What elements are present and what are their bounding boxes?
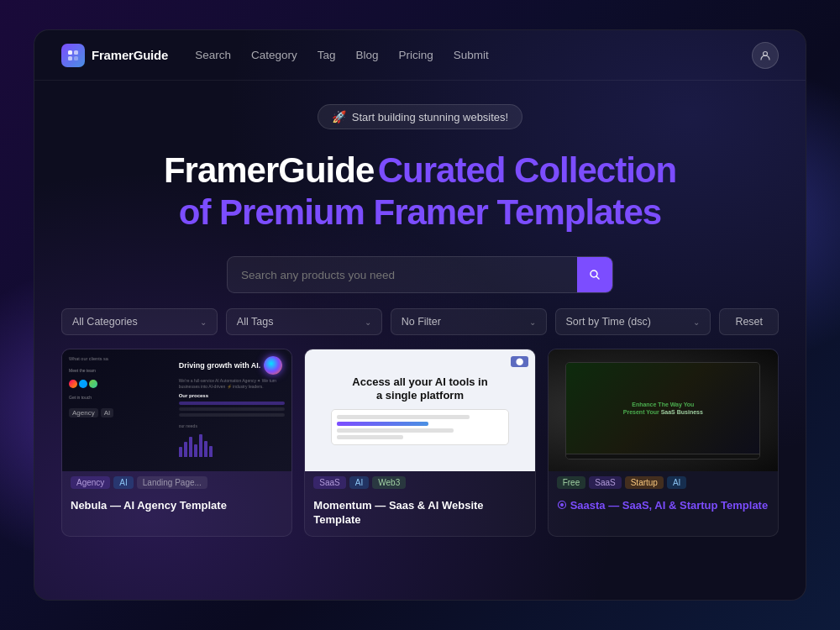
thumbnail-saasta: Enhance The Way YouPresent Your SaaS Bus…	[549, 349, 778, 471]
hero-title-line2: of Premium Framer Templates	[179, 192, 661, 232]
banner-text: Start building stunning websites!	[352, 111, 508, 123]
momentum-main-title: Access all your AI tools ina single plat…	[352, 375, 487, 403]
tag-saas: SaaS	[313, 476, 345, 489]
tag-ai: AI	[113, 476, 133, 489]
tag-saas: SaaS	[589, 476, 621, 489]
main-content: 🚀 Start building stunning websites! Fram…	[34, 81, 806, 600]
saasta-info: Saasta — SaaS, AI & Startup Template	[549, 494, 778, 522]
svg-rect-1	[74, 50, 78, 55]
momentum-title: Momentum — Saas & AI Website Template	[313, 499, 526, 528]
search-input[interactable]	[228, 260, 577, 291]
template-card-saasta[interactable]: Enhance The Way YouPresent Your SaaS Bus…	[548, 349, 779, 537]
tag-free: Free	[557, 476, 586, 489]
momentum-ui-mockup	[331, 409, 509, 445]
template-card-nebula[interactable]: What our clients sa Meet the team Get in…	[61, 349, 292, 537]
nav-user-button[interactable]	[752, 42, 779, 69]
logo-area[interactable]: FramerGuide	[61, 44, 168, 67]
nebula-avatars	[69, 380, 176, 388]
tag-web3: Web3	[372, 476, 406, 489]
thumbnail-nebula: What our clients sa Meet the team Get in…	[62, 349, 291, 471]
momentum-info: Momentum — Saas & AI Website Template	[305, 494, 534, 536]
tag-ai: AI	[349, 476, 369, 489]
nebula-bar-chart	[179, 432, 286, 457]
svg-rect-0	[68, 50, 72, 55]
nav-submit[interactable]: Submit	[454, 49, 489, 61]
nebula-title: Nebula — AI Agency Template	[71, 499, 283, 513]
chevron-down-icon: ⌄	[365, 318, 371, 327]
tag-ai: AI	[667, 476, 686, 489]
hero-title-purple: Curated Collection	[378, 150, 676, 190]
template-card-momentum[interactable]: ⬤ Access all your AI tools ina single pl…	[304, 349, 535, 537]
saasta-title: Saasta — SaaS, AI & Startup Template	[557, 499, 769, 513]
saasta-tags: Free SaaS Startup AI	[549, 471, 778, 494]
nebula-right-col: Driving growth with AI. We're a full-ser…	[179, 356, 286, 465]
chevron-down-icon: ⌄	[693, 318, 700, 327]
filters-row: All Categories ⌄ All Tags ⌄ No Filter ⌄ …	[61, 308, 779, 335]
tag-agency: Agency	[71, 476, 110, 489]
cards-grid: What our clients sa Meet the team Get in…	[61, 349, 779, 537]
svg-rect-2	[68, 56, 72, 60]
hero-heading: FramerGuide Curated Collection of Premiu…	[164, 150, 676, 233]
chevron-down-icon: ⌄	[200, 318, 207, 327]
nav-tag[interactable]: Tag	[318, 49, 336, 61]
search-button[interactable]	[577, 257, 612, 292]
momentum-purple-badge: ⬤	[511, 356, 528, 367]
nav-category[interactable]: Category	[251, 49, 297, 61]
nebula-info: Nebula — AI Agency Template	[62, 494, 291, 522]
filter-sort[interactable]: Sort by Time (dsc) ⌄	[555, 308, 711, 335]
momentum-tags: SaaS AI Web3	[305, 471, 534, 494]
saasta-icon	[557, 500, 567, 512]
svg-point-7	[560, 503, 564, 507]
svg-rect-3	[74, 56, 78, 60]
nebula-left-col: What our clients sa Meet the team Get in…	[69, 356, 176, 465]
nav-blog[interactable]: Blog	[356, 49, 379, 61]
banner-emoji: 🚀	[332, 110, 346, 123]
hero-title-white: FramerGuide	[164, 150, 374, 190]
outer-background: FramerGuide Search Category Tag Blog Pri…	[0, 0, 840, 630]
nav-links: Search Category Tag Blog Pricing Submit	[195, 49, 752, 61]
nebula-tags: Agency AI Landing Page...	[62, 471, 291, 494]
thumbnail-momentum: ⬤ Access all your AI tools ina single pl…	[305, 349, 534, 471]
saasta-laptop: Enhance The Way YouPresent Your SaaS Bus…	[565, 362, 760, 459]
nebula-steps	[179, 402, 286, 417]
nav-pricing[interactable]: Pricing	[399, 49, 433, 61]
search-container	[227, 256, 613, 293]
saasta-screen: Enhance The Way YouPresent Your SaaS Bus…	[566, 363, 759, 454]
nav-search[interactable]: Search	[195, 49, 231, 61]
main-card: FramerGuide Search Category Tag Blog Pri…	[34, 29, 806, 601]
logo-icon	[61, 44, 85, 67]
banner-pill[interactable]: 🚀 Start building stunning websites!	[318, 104, 522, 129]
reset-button[interactable]: Reset	[719, 308, 779, 335]
filter-categories[interactable]: All Categories ⌄	[61, 308, 218, 335]
tag-startup: Startup	[625, 476, 664, 489]
tag-landing: Landing Page...	[137, 476, 207, 489]
filter-tags[interactable]: All Tags ⌄	[226, 308, 382, 335]
chevron-down-icon: ⌄	[529, 318, 536, 327]
svg-point-5	[591, 270, 597, 277]
navbar: FramerGuide Search Category Tag Blog Pri…	[34, 30, 806, 81]
logo-text: FramerGuide	[92, 48, 168, 62]
filter-no-filter[interactable]: No Filter ⌄	[391, 308, 547, 335]
